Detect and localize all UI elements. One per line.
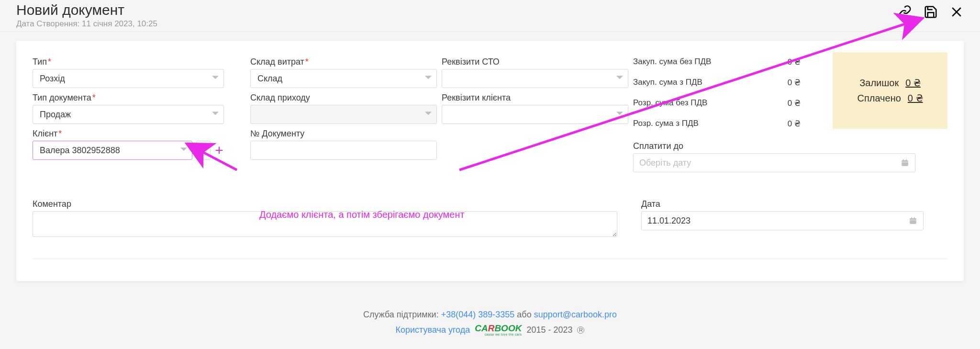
svg-rect-6	[910, 218, 916, 224]
select-sto-requisites[interactable]	[442, 69, 628, 88]
footer: Служба підтримки: +38(044) 389-3355 або …	[0, 310, 980, 336]
summary-value: 0 ₴	[788, 57, 801, 67]
select-client[interactable]: Валера 3802952888	[33, 141, 192, 160]
client-add-button[interactable]: +	[214, 145, 224, 156]
chevron-down-icon	[212, 110, 219, 120]
page-header: Новий документ Дата Створення: 11 січня …	[0, 0, 980, 32]
select-expense-warehouse-value: Склад	[257, 74, 282, 84]
user-agreement-link[interactable]: Користувача угода	[396, 325, 470, 335]
remainder-label: Залишок	[859, 78, 899, 89]
select-client-value: Валера 3802952888	[40, 146, 120, 156]
client-link-button[interactable]	[196, 141, 211, 160]
chevron-down-icon	[212, 74, 219, 84]
remainder-line: Залишок 0 ₴	[859, 77, 921, 89]
status-box: Залишок 0 ₴ Сплачено 0 ₴	[833, 52, 947, 129]
select-doc-type[interactable]: Продаж	[33, 105, 224, 124]
summary-label: Закуп. сума без ПДВ	[633, 57, 711, 67]
summary-row: Розр. сума без ПДВ 0 ₴	[633, 98, 801, 108]
pay-until-placeholder: Оберіть дату	[639, 158, 691, 168]
label-client: Клієнт*	[33, 129, 250, 139]
calendar-icon	[901, 158, 909, 167]
label-doc-number: № Документу	[250, 129, 442, 139]
summary-rows: Закуп. сума без ПДВ 0 ₴ Закуп. сума з ПД…	[633, 57, 801, 129]
form-grid: Тип* Розхід Тип документа* Продаж Клієнт…	[33, 57, 947, 172]
select-expense-warehouse[interactable]: Склад	[250, 69, 437, 88]
summary-row: Закуп. сума без ПДВ 0 ₴	[633, 57, 801, 67]
svg-rect-9	[914, 217, 915, 219]
label-pay-until: Сплатити до	[633, 141, 915, 151]
svg-rect-2	[902, 160, 908, 166]
support-email[interactable]: support@carbook.pro	[534, 310, 617, 319]
remainder-value[interactable]: 0 ₴	[905, 77, 921, 89]
chevron-down-icon	[425, 74, 432, 84]
summary-row: Розр. сума з ПДВ 0 ₴	[633, 119, 801, 129]
chevron-down-icon	[616, 110, 623, 120]
input-doc-number[interactable]	[250, 141, 437, 160]
select-type-value: Розхід	[40, 74, 65, 84]
summary-label: Закуп. сума з ПДВ	[633, 78, 702, 88]
second-row: Коментар Дата 11.01.2023	[33, 199, 947, 239]
label-client-requisites: Реквізити клієнта	[442, 93, 633, 103]
label-date: Дата	[641, 199, 947, 209]
save-icon[interactable]	[924, 5, 938, 19]
header-left: Новий документ Дата Створення: 11 січня …	[16, 2, 157, 29]
support-phone[interactable]: +38(044) 389-3355	[441, 310, 515, 319]
select-type[interactable]: Розхід	[33, 69, 224, 88]
summary-value: 0 ₴	[788, 119, 801, 129]
paid-value[interactable]: 0 ₴	[908, 92, 923, 104]
date-col: Дата 11.01.2023	[641, 199, 947, 239]
page-title: Новий документ	[16, 2, 157, 18]
pay-until-section: Сплатити до Оберіть дату	[633, 141, 915, 172]
link-icon[interactable]	[898, 5, 912, 19]
select-doc-type-value: Продаж	[40, 110, 71, 120]
summary-label: Розр. сума з ПДВ	[633, 119, 699, 129]
input-date[interactable]: 11.01.2023	[641, 211, 924, 230]
label-sto-requisites: Реквізити СТО	[442, 57, 633, 67]
registered-icon: R	[577, 326, 584, 334]
date-value: 11.01.2023	[647, 216, 690, 226]
footer-years: 2015 - 2023	[526, 325, 572, 335]
creation-date: Дата Створення: 11 січня 2023, 10:25	[16, 19, 157, 29]
svg-rect-8	[911, 217, 912, 219]
col-warehouse: Склад витрат* Склад Склад приходу № Доку…	[250, 57, 442, 172]
chevron-down-icon	[180, 146, 187, 156]
select-client-requisites[interactable]	[442, 105, 628, 124]
col-requisites: Реквізити СТО Реквізити клієнта	[442, 57, 633, 172]
calendar-icon	[909, 216, 917, 225]
summary-value: 0 ₴	[788, 78, 801, 88]
summary-value: 0 ₴	[788, 98, 801, 108]
label-doc-type: Тип документа*	[33, 93, 250, 103]
footer-line2: Користувача угода CARBOOK cause we love …	[0, 324, 980, 336]
carbook-logo: CARBOOK cause we love the cars	[475, 324, 522, 336]
label-comment: Коментар	[33, 199, 617, 209]
svg-rect-5	[906, 159, 907, 161]
client-row: Валера 3802952888 +	[33, 141, 224, 160]
col-type: Тип* Розхід Тип документа* Продаж Клієнт…	[33, 57, 250, 172]
label-expense-warehouse: Склад витрат*	[250, 57, 442, 67]
label-type: Тип*	[33, 57, 250, 67]
summary-row: Закуп. сума з ПДВ 0 ₴	[633, 78, 801, 88]
chevron-down-icon	[616, 74, 623, 84]
summary-label: Розр. сума без ПДВ	[633, 98, 707, 108]
label-income-warehouse: Склад приходу	[250, 93, 442, 103]
select-income-warehouse	[250, 105, 437, 124]
svg-rect-4	[903, 159, 904, 161]
col-summary: Закуп. сума без ПДВ 0 ₴ Закуп. сума з ПД…	[633, 57, 947, 172]
footer-support: Служба підтримки: +38(044) 389-3355 або …	[0, 310, 980, 320]
divider	[33, 259, 947, 259]
input-pay-until[interactable]: Оберіть дату	[633, 153, 915, 172]
close-icon[interactable]	[949, 5, 964, 19]
chevron-down-icon	[425, 110, 432, 120]
header-actions	[898, 2, 964, 19]
paid-label: Сплачено	[857, 93, 901, 104]
paid-line: Сплачено 0 ₴	[857, 92, 923, 104]
document-card: Тип* Розхід Тип документа* Продаж Клієнт…	[16, 41, 964, 281]
annotation-text: Додаємо клієнта, а потім зберігаємо доку…	[259, 209, 465, 220]
